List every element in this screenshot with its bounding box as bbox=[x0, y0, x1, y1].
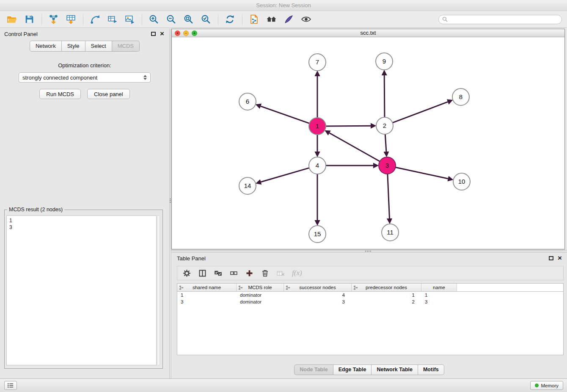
table-cell[interactable]: 3 bbox=[177, 298, 237, 305]
network-node-7[interactable]: 7 bbox=[309, 54, 326, 71]
tab-motifs[interactable]: Motifs bbox=[418, 364, 444, 375]
add-row-icon[interactable] bbox=[245, 269, 254, 278]
tab-style[interactable]: Style bbox=[62, 41, 85, 52]
save-session-button[interactable] bbox=[22, 13, 36, 26]
zoom-in-button[interactable] bbox=[147, 13, 160, 26]
table-cell[interactable]: 4 bbox=[284, 292, 352, 298]
tab-mcds[interactable]: MCDS bbox=[112, 41, 140, 52]
column-header-mcds-role[interactable]: MCDS role bbox=[237, 284, 284, 291]
column-header-name[interactable]: name bbox=[421, 284, 457, 291]
table-row[interactable]: 3dominator323 bbox=[177, 298, 563, 305]
export-image-button[interactable] bbox=[123, 13, 136, 26]
result-scrollbar[interactable] bbox=[157, 215, 160, 365]
tab-select[interactable]: Select bbox=[85, 41, 112, 52]
table-cell[interactable]: 2 bbox=[352, 298, 421, 305]
table-cell[interactable]: dominator bbox=[237, 292, 284, 298]
network-node-11[interactable]: 11 bbox=[382, 224, 399, 241]
splitter-grip[interactable] bbox=[170, 198, 171, 204]
network-document-button[interactable] bbox=[247, 13, 261, 26]
tab-network-table[interactable]: Network Table bbox=[372, 364, 418, 375]
table-cell[interactable]: 3 bbox=[284, 298, 352, 305]
deselect-all-rows-icon[interactable] bbox=[229, 269, 238, 278]
network-window-titlebar[interactable]: × − + scc.txt bbox=[172, 29, 564, 37]
select-all-rows-icon[interactable] bbox=[214, 269, 223, 278]
table-cell[interactable]: 3 bbox=[421, 298, 457, 305]
network-edge-1-2[interactable] bbox=[326, 126, 371, 126]
network-canvas[interactable]: 7968124314101511 bbox=[172, 37, 564, 249]
network-node-10[interactable]: 10 bbox=[453, 173, 470, 190]
node-table: shared name MCDS role successor nodes pr… bbox=[177, 283, 564, 355]
network-node-6[interactable]: 6 bbox=[239, 93, 256, 110]
table-cell[interactable]: 1 bbox=[421, 292, 457, 298]
network-node-label: 3 bbox=[385, 162, 389, 169]
memory-label: Memory bbox=[541, 383, 559, 388]
column-label: predecessor nodes bbox=[366, 285, 407, 290]
memory-status-icon bbox=[535, 384, 539, 387]
import-table-button[interactable] bbox=[64, 13, 77, 26]
window-zoom-button[interactable]: + bbox=[192, 30, 197, 36]
table-cell[interactable]: dominator bbox=[237, 298, 284, 305]
network-node-9[interactable]: 9 bbox=[376, 53, 393, 70]
refresh-layout-button[interactable] bbox=[223, 13, 237, 26]
network-node-14[interactable]: 14 bbox=[239, 177, 256, 194]
network-edge-2-9[interactable] bbox=[384, 75, 385, 117]
search-input[interactable] bbox=[450, 17, 558, 22]
close-panel-icon[interactable]: × bbox=[558, 256, 562, 261]
open-session-button[interactable] bbox=[5, 13, 19, 26]
network-edge-3-1[interactable] bbox=[330, 133, 380, 161]
float-panel-icon[interactable] bbox=[151, 32, 156, 36]
table-cell[interactable]: 1 bbox=[352, 292, 421, 298]
app-titlebar[interactable]: Session: New Session bbox=[0, 0, 567, 11]
refresh-icon bbox=[225, 14, 235, 25]
tab-node-table[interactable]: Node Table bbox=[294, 364, 333, 375]
network-edge-4-14[interactable] bbox=[261, 168, 309, 182]
network-node-3[interactable]: 3 bbox=[379, 157, 396, 174]
horizontal-splitter[interactable] bbox=[171, 250, 567, 253]
memory-button[interactable]: Memory bbox=[530, 381, 563, 390]
column-header-predecessor-nodes[interactable]: predecessor nodes bbox=[352, 284, 421, 291]
close-panel-button[interactable]: Close panel bbox=[87, 89, 130, 99]
network-edge-3-11[interactable] bbox=[388, 174, 390, 218]
table-cell[interactable]: 1 bbox=[177, 292, 237, 298]
search-box[interactable] bbox=[438, 15, 562, 24]
tab-edge-table[interactable]: Edge Table bbox=[333, 364, 372, 375]
close-panel-icon[interactable]: × bbox=[160, 31, 164, 36]
optimization-criterion-select[interactable]: strongly connected component bbox=[19, 72, 151, 83]
zoom-out-button[interactable] bbox=[164, 13, 178, 26]
mcds-result-text[interactable]: 1 3 bbox=[6, 215, 157, 365]
network-edge-3-10[interactable] bbox=[396, 167, 448, 179]
new-network-button[interactable] bbox=[88, 13, 102, 26]
window-close-button[interactable]: × bbox=[175, 30, 180, 36]
network-node-15[interactable]: 15 bbox=[309, 226, 326, 243]
network-node-4[interactable]: 4 bbox=[309, 157, 326, 174]
window-minimize-button[interactable]: − bbox=[183, 30, 189, 36]
network-node-2[interactable]: 2 bbox=[376, 117, 393, 134]
network-edge-2-8[interactable] bbox=[393, 102, 448, 123]
network-overview-button[interactable] bbox=[264, 13, 278, 26]
run-mcds-button[interactable]: Run MCDS bbox=[39, 89, 81, 99]
style-brush-button[interactable] bbox=[282, 13, 295, 26]
import-network-button[interactable] bbox=[47, 13, 60, 26]
table-settings-gear-icon[interactable] bbox=[182, 269, 191, 278]
tab-network[interactable]: Network bbox=[30, 41, 62, 52]
show-graphics-details-button[interactable] bbox=[299, 13, 313, 26]
network-node-8[interactable]: 8 bbox=[452, 88, 469, 105]
task-history-button[interactable] bbox=[4, 381, 17, 390]
traffic-lights: × − + bbox=[175, 30, 197, 36]
zoom-fit-button[interactable] bbox=[182, 13, 195, 26]
optimization-criterion-value: strongly connected component bbox=[22, 75, 97, 81]
column-header-shared-name[interactable]: shared name bbox=[177, 284, 237, 291]
delete-row-trash-icon[interactable] bbox=[261, 269, 270, 278]
splitter-grip[interactable] bbox=[365, 251, 371, 252]
table-row[interactable]: 1dominator411 bbox=[177, 292, 563, 298]
float-panel-icon[interactable] bbox=[549, 256, 553, 260]
network-node-label: 6 bbox=[246, 98, 249, 105]
zoom-selected-button[interactable] bbox=[199, 13, 212, 26]
network-edge-1-6[interactable] bbox=[261, 106, 309, 124]
new-table-button[interactable] bbox=[105, 13, 119, 26]
network-edge-2-3[interactable] bbox=[385, 134, 386, 152]
show-columns-icon[interactable] bbox=[198, 269, 207, 278]
column-header-successor-nodes[interactable]: successor nodes bbox=[284, 284, 352, 291]
mcds-result-group: MCDS result (2 nodes) 1 3 bbox=[4, 210, 163, 369]
network-node-1[interactable]: 1 bbox=[309, 118, 326, 135]
